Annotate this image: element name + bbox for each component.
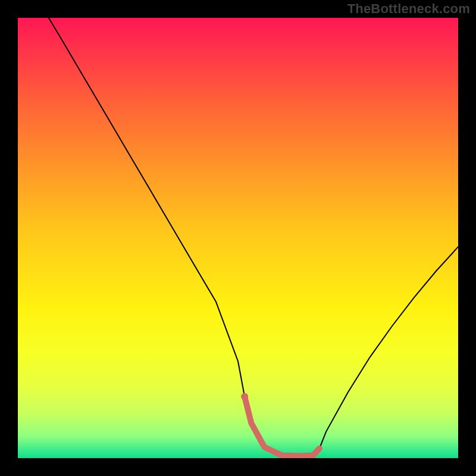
highlight-start-dot xyxy=(241,393,248,400)
plot-area xyxy=(18,18,458,458)
chart-stage: TheBottleneck.com xyxy=(0,0,476,476)
highlight-segment xyxy=(245,396,320,456)
watermark-text: TheBottleneck.com xyxy=(347,1,470,17)
curve-layer xyxy=(18,18,458,458)
main-curve xyxy=(49,18,458,456)
